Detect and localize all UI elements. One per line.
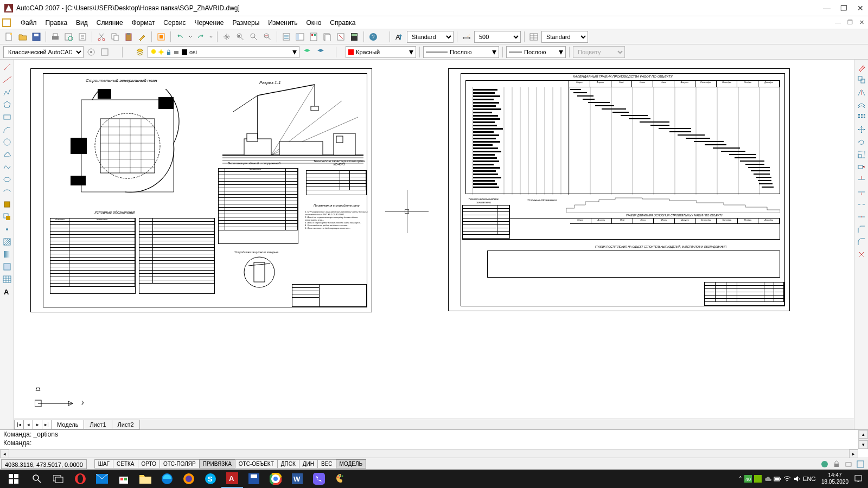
volume-icon[interactable] [793, 475, 801, 483]
tray-app-icon[interactable]: 40 [744, 475, 752, 483]
properties-button[interactable] [280, 31, 292, 43]
command-prompt[interactable]: Команда: [0, 439, 868, 447]
trim-tool[interactable] [856, 174, 867, 185]
lineweight-select[interactable]: Послою ▾ [506, 46, 566, 58]
circle-tool[interactable] [2, 137, 12, 147]
osnap-toggle[interactable]: ПРИВЯЗКА [199, 459, 235, 468]
layer-combo[interactable]: osi ▾ [148, 46, 299, 58]
command-line[interactable]: Команда: _options Команда: ▴ ▾ ◂ ▸ [0, 429, 868, 458]
autocad-taskbar-icon[interactable]: A [221, 470, 243, 488]
table-style-icon[interactable] [528, 31, 540, 43]
mdi-restore-button[interactable]: ❐ [846, 19, 854, 26]
offset-tool[interactable] [856, 99, 867, 110]
menu-merge[interactable]: Слияние [92, 17, 127, 28]
wifi-icon[interactable] [783, 475, 791, 483]
menu-format[interactable]: Формат [127, 17, 159, 28]
region-tool[interactable] [2, 261, 12, 272]
scroll-right-button[interactable]: ▸ [849, 450, 858, 458]
zoom-prev-button[interactable] [261, 31, 273, 43]
close-button[interactable]: ✕ [857, 4, 864, 12]
insert-block-tool[interactable] [2, 199, 12, 210]
fillet-tool[interactable] [856, 236, 867, 247]
ducs-toggle[interactable]: ДПСК [277, 459, 299, 468]
quickcalc-button[interactable] [348, 31, 360, 43]
line-tool[interactable] [2, 62, 12, 73]
publish-button[interactable] [76, 31, 88, 43]
start-button[interactable] [1, 470, 26, 488]
tab-last-button[interactable]: ▸| [42, 420, 52, 429]
text-style-select[interactable]: Standard [407, 31, 454, 43]
model-space[interactable]: Строительный генеральный план Разрез 1-1 [14, 60, 854, 419]
zoom-rt-button[interactable]: ± [234, 31, 246, 43]
search-button[interactable] [26, 470, 48, 488]
erase-tool[interactable] [856, 62, 867, 73]
help-button[interactable]: ? [367, 31, 379, 43]
menu-edit[interactable]: Правка [41, 17, 72, 28]
battery-icon[interactable] [774, 475, 781, 483]
undo-dropdown[interactable] [188, 31, 193, 43]
task-view-button[interactable] [48, 470, 69, 488]
stretch-tool[interactable] [856, 162, 867, 172]
menu-modify[interactable]: Изменить [264, 17, 302, 28]
model-toggle[interactable]: МОДЕЛЬ [336, 459, 366, 468]
language-indicator[interactable]: ENG [803, 476, 816, 482]
clean-screen-icon[interactable] [856, 460, 865, 468]
point-tool[interactable] [2, 224, 12, 235]
firefox-icon[interactable] [178, 470, 200, 488]
mtext-tool[interactable]: A [2, 286, 12, 297]
explode-tool[interactable] [856, 249, 867, 260]
ellipse-arc-tool[interactable] [2, 187, 12, 197]
polygon-tool[interactable] [2, 99, 12, 110]
maximize-button[interactable]: ❐ [840, 4, 847, 12]
paste-button[interactable] [123, 31, 135, 43]
clock[interactable]: 14:47 18.05.2020 [818, 472, 852, 485]
rotate-tool[interactable] [856, 137, 867, 147]
sheet-set-button[interactable] [321, 31, 333, 43]
move-tool[interactable] [856, 124, 867, 135]
new-button[interactable] [3, 31, 15, 43]
my-workspace-button[interactable] [99, 46, 111, 58]
copy-tool[interactable] [856, 74, 867, 85]
save-app-icon[interactable] [243, 470, 265, 488]
tab-model[interactable]: Модель [51, 420, 84, 429]
menu-file[interactable]: Файл [16, 17, 41, 28]
dyn-toggle[interactable]: ДИН [299, 459, 318, 468]
tab-sheet1[interactable]: Лист1 [84, 420, 112, 429]
plot-preview-button[interactable] [63, 31, 75, 43]
save-button[interactable] [30, 31, 42, 43]
mdi-minimize-button[interactable]: — [833, 19, 843, 26]
print-button[interactable] [49, 31, 61, 43]
block-editor-button[interactable] [155, 31, 167, 43]
mail-icon[interactable] [91, 470, 113, 488]
pan-button[interactable] [221, 31, 233, 43]
design-center-button[interactable] [294, 31, 306, 43]
tab-sheet2[interactable]: Лист2 [112, 420, 140, 429]
layer-states-button[interactable] [315, 46, 327, 58]
match-prop-button[interactable] [136, 31, 148, 43]
layer-manager-button[interactable] [134, 46, 146, 58]
spline-tool[interactable] [2, 162, 12, 172]
workspace-settings-button[interactable] [85, 46, 97, 58]
revcloud-tool[interactable] [2, 149, 12, 160]
mdi-close-button[interactable]: ✕ [858, 19, 866, 26]
rectangle-tool[interactable] [2, 112, 12, 123]
join-tool[interactable] [856, 211, 867, 222]
menu-tools[interactable]: Сервис [159, 17, 190, 28]
skype-icon[interactable]: S [200, 470, 221, 488]
construction-line-tool[interactable] [2, 74, 12, 85]
tab-prev-button[interactable]: ◂ [23, 420, 33, 429]
table-tool[interactable] [2, 274, 12, 285]
gradient-tool[interactable] [2, 249, 12, 260]
hatch-tool[interactable] [2, 236, 12, 247]
tray-chevron-icon[interactable]: ˄ [739, 476, 742, 483]
cmd-vscroll[interactable]: ▴ ▾ [858, 430, 868, 449]
ellipse-tool[interactable] [2, 174, 12, 185]
dim-style-icon[interactable] [461, 31, 473, 43]
chamfer-tool[interactable] [856, 224, 867, 235]
break-tool[interactable] [856, 199, 867, 210]
cmd-hscroll[interactable]: ◂ ▸ [0, 449, 858, 458]
redo-button[interactable] [195, 31, 207, 43]
opera-icon[interactable] [69, 470, 91, 488]
nvidia-icon[interactable] [754, 475, 762, 483]
scroll-down-button[interactable]: ▾ [859, 440, 868, 449]
